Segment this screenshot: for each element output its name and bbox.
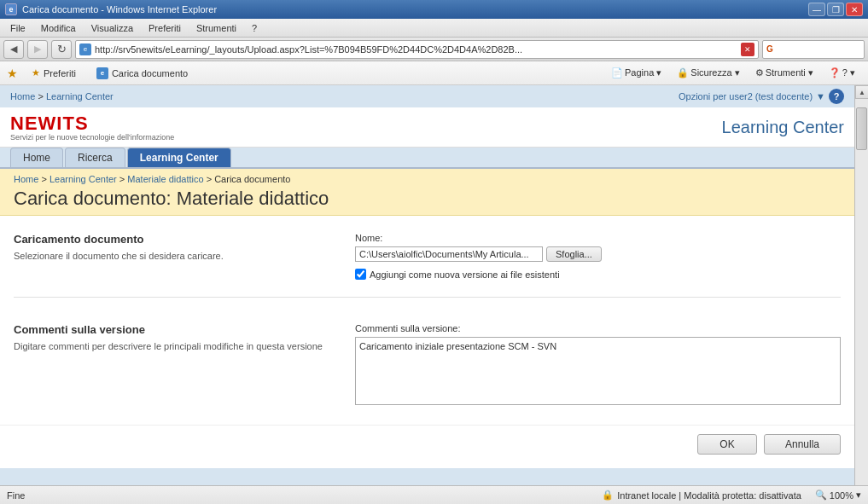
top-sep1: > xyxy=(38,91,45,101)
menu-visualizza[interactable]: Visualizza xyxy=(84,21,140,35)
section1-desc: Selezionare il documento che si desidera… xyxy=(14,249,338,264)
vertical-scrollbar[interactable]: ▲ ▼ xyxy=(854,85,868,501)
search-input[interactable] xyxy=(777,44,868,55)
forward-button[interactable]: ▶ xyxy=(27,40,48,59)
address-input-wrap: e ✕ xyxy=(75,40,759,59)
page-icon: e xyxy=(79,43,91,55)
browse-button[interactable]: Sfoglia... xyxy=(546,246,602,262)
top-home-link[interactable]: Home xyxy=(10,91,35,101)
strumenti-label: Strumenti ▾ xyxy=(766,67,813,78)
section1-right: Nome: Sfoglia... Aggiungi come nuova ver… xyxy=(355,233,841,280)
form-section-upload: Caricamento documento Selezionare il doc… xyxy=(14,233,841,298)
logo-text: NEWITS xyxy=(10,113,174,135)
breadcrumb-nav: Home > Learning Center > Materiale didat… xyxy=(14,174,841,184)
menu-help[interactable]: ? xyxy=(245,21,264,35)
carica-ie-icon: e xyxy=(96,67,108,79)
cancel-button[interactable]: Annulla xyxy=(764,434,841,455)
file-input-wrap: Sfoglia... xyxy=(355,246,841,262)
status-zone: 🔒 Intranet locale | Modalità protetta: d… xyxy=(602,490,801,501)
window-controls: — ❐ ✕ xyxy=(808,3,863,16)
zone-text: Intranet locale | Modalità protetta: dis… xyxy=(617,490,801,501)
ok-button[interactable]: OK xyxy=(697,434,757,455)
breadcrumb-materiale-link[interactable]: Materiale didattico xyxy=(127,174,203,184)
section2-desc: Digitare commenti per descrivere le prin… xyxy=(14,339,338,354)
top-navigation: Home > Learning Center Opzioni per user2… xyxy=(0,85,854,107)
scroll-track[interactable] xyxy=(855,99,868,487)
section2-left: Commenti sulla versione Digitare comment… xyxy=(14,323,338,408)
nav-tabs: Home Ricerca Learning Center xyxy=(0,148,854,169)
carica-documento-favorite[interactable]: e Carica documento xyxy=(90,66,195,81)
minimize-button[interactable]: — xyxy=(808,3,825,16)
address-clear-button[interactable]: ✕ xyxy=(741,43,754,56)
section1-title: Caricamento documento xyxy=(14,233,338,246)
tab-learning-center-label: Learning Center xyxy=(140,152,218,164)
favorites-star: ★ xyxy=(32,67,40,78)
tab-home-label: Home xyxy=(23,152,50,164)
toolbar-strumenti[interactable]: ⚙ Strumenti ▾ xyxy=(749,65,819,81)
help-circle-icon[interactable]: ? xyxy=(829,89,844,104)
breadcrumb-home-link[interactable]: Home xyxy=(14,174,38,184)
sicurezza-icon: 🔒 xyxy=(677,67,689,78)
app-icon: e xyxy=(5,3,17,15)
page-wrapper: Home > Learning Center Opzioni per user2… xyxy=(0,85,854,501)
section2-title: Commenti sulla versione xyxy=(14,323,338,336)
zoom-level: 100% xyxy=(830,490,853,501)
status-zoom: 🔍 100% ▾ xyxy=(815,490,861,501)
toolbar-pagina[interactable]: 📄 Pagina ▾ xyxy=(605,65,667,81)
new-version-checkbox[interactable] xyxy=(355,269,366,280)
carica-documento-label: Carica documento xyxy=(112,68,188,78)
checkbox-wrap: Aggiungi come nuova versione ai file esi… xyxy=(355,269,841,280)
checkbox-label: Aggiungi come nuova versione ai file esi… xyxy=(370,269,560,280)
top-learningcenter-link[interactable]: Learning Center xyxy=(46,91,114,101)
content-area: Home > Learning Center > Materiale didat… xyxy=(0,169,854,468)
form-content: Caricamento documento Selezionare il doc… xyxy=(0,216,854,425)
zoom-chevron-icon: ▾ xyxy=(856,490,861,501)
user-options[interactable]: Opzioni per user2 (test docente) ▼ ? xyxy=(679,89,844,104)
favorites-button[interactable]: ★ Preferiti xyxy=(25,66,83,80)
toolbar-right: 📄 Pagina ▾ 🔒 Sicurezza ▾ ⚙ Strumenti ▾ ❓… xyxy=(605,65,861,81)
help-label: ? ▾ xyxy=(842,67,855,78)
scroll-handle[interactable] xyxy=(856,107,867,150)
lock-icon: 🔒 xyxy=(602,490,614,501)
status-text: Fine xyxy=(7,490,588,501)
breadcrumb-sep2: > xyxy=(119,174,127,184)
address-input[interactable] xyxy=(95,44,737,55)
comments-textarea[interactable]: Caricamento iniziale presentazione SCM -… xyxy=(355,337,841,405)
tab-home[interactable]: Home xyxy=(10,148,63,167)
menu-modifica[interactable]: Modifica xyxy=(34,21,83,35)
button-row: OK Annulla xyxy=(0,425,854,468)
section1-left: Caricamento documento Selezionare il doc… xyxy=(14,233,338,280)
zoom-icon: 🔍 xyxy=(815,490,827,501)
help-icon: ❓ xyxy=(829,67,841,78)
sicurezza-label: Sicurezza ▾ xyxy=(690,67,739,78)
breadcrumb-learning-link[interactable]: Learning Center xyxy=(50,174,117,184)
page-heading: Carica documento: Materiale didattico xyxy=(14,188,841,210)
comments-field-label: Commenti sulla versione: xyxy=(355,323,841,333)
back-button[interactable]: ◀ xyxy=(3,40,24,59)
main-scroll-area[interactable]: Home > Learning Center Opzioni per user2… xyxy=(0,85,854,501)
search-wrap: G 🔍 xyxy=(762,40,865,59)
site-title: Learning Center xyxy=(722,118,844,137)
logo-area: NEWITS Servizi per le nuove tecnologie d… xyxy=(10,113,174,142)
tab-learning-center[interactable]: Learning Center xyxy=(127,148,231,167)
file-path-input[interactable] xyxy=(355,246,543,262)
toolbar-help[interactable]: ❓ ? ▾ xyxy=(823,65,861,81)
close-button[interactable]: ✕ xyxy=(846,3,863,16)
restore-button[interactable]: ❐ xyxy=(827,3,844,16)
options-chevron-icon: ▼ xyxy=(816,91,825,101)
scroll-up-arrow[interactable]: ▲ xyxy=(855,85,868,99)
menu-file[interactable]: File xyxy=(3,21,32,35)
pagina-icon: 📄 xyxy=(611,67,623,78)
status-bar: Fine 🔒 Intranet locale | Modalità protet… xyxy=(0,485,868,504)
name-label: Nome: xyxy=(355,233,841,243)
title-bar: e Carica documento - Windows Internet Ex… xyxy=(0,0,868,19)
breadcrumb-sep1: > xyxy=(41,174,49,184)
breadcrumb-current: Carica documento xyxy=(214,174,290,184)
tab-ricerca-label: Ricerca xyxy=(78,152,113,164)
menu-preferiti[interactable]: Preferiti xyxy=(142,21,188,35)
menu-strumenti[interactable]: Strumenti xyxy=(189,21,243,35)
toolbar-sicurezza[interactable]: 🔒 Sicurezza ▾ xyxy=(671,65,745,81)
refresh-button[interactable]: ↻ xyxy=(51,40,72,59)
tab-ricerca[interactable]: Ricerca xyxy=(65,148,125,167)
breadcrumb-sep3: > xyxy=(207,174,214,184)
